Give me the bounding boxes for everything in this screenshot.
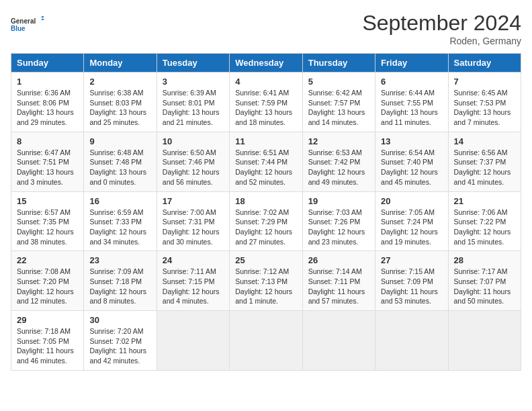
cell-detail: Sunrise: 6:57 AM [17,208,71,216]
day-number: 16 [89,196,150,206]
cell-detail: Sunset: 7:24 PM [381,218,433,226]
calendar-cell: 5Sunrise: 6:42 AMSunset: 7:57 PMDaylight… [302,73,375,132]
calendar-cell: 2Sunrise: 6:38 AMSunset: 8:03 PMDaylight… [84,73,157,132]
calendar-cell [302,311,375,371]
calendar-cell: 29Sunrise: 7:18 AMSunset: 7:05 PMDayligh… [11,311,84,371]
cell-detail: Sunset: 7:55 PM [381,99,433,107]
cell-detail: Sunrise: 7:15 AM [381,267,435,275]
cell-detail: Daylight: 13 hours and 18 minutes. [235,108,292,126]
day-number: 22 [17,255,78,265]
cell-detail: Sunrise: 7:00 AM [163,208,216,216]
cell-detail: Sunset: 7:51 PM [17,158,69,166]
month-title: September 2024 [362,11,521,36]
day-number: 9 [89,136,150,146]
week-row-1: 1Sunrise: 6:36 AMSunset: 8:06 PMDaylight… [11,73,521,132]
cell-detail: Sunset: 7:11 PM [308,277,361,285]
column-header-thursday: Thursday [302,54,375,73]
week-row-4: 22Sunrise: 7:08 AMSunset: 7:20 PMDayligh… [11,251,521,311]
cell-detail: Sunrise: 7:12 AM [235,267,289,275]
cell-detail: Daylight: 13 hours and 11 minutes. [381,108,438,126]
cell-detail: Daylight: 13 hours and 7 minutes. [454,108,511,126]
calendar-cell: 7Sunrise: 6:45 AMSunset: 7:53 PMDaylight… [448,73,521,132]
calendar-cell: 14Sunrise: 6:56 AMSunset: 7:37 PMDayligh… [448,132,521,191]
cell-detail: Sunset: 7:59 PM [235,99,287,107]
cell-detail: Daylight: 13 hours and 3 minutes. [17,168,74,186]
day-number: 1 [17,77,78,87]
svg-marker-2 [41,16,44,18]
cell-detail: Sunrise: 6:42 AM [308,89,362,97]
cell-detail: Sunrise: 7:05 AM [381,208,435,216]
cell-detail: Sunset: 7:29 PM [235,218,287,226]
calendar-cell: 1Sunrise: 6:36 AMSunset: 8:06 PMDaylight… [11,73,84,132]
cell-detail: Sunrise: 6:38 AM [89,89,143,97]
cell-detail: Daylight: 12 hours and 45 minutes. [381,168,438,186]
column-header-tuesday: Tuesday [157,54,229,73]
cell-detail: Sunrise: 6:41 AM [235,89,289,97]
cell-detail: Daylight: 13 hours and 14 minutes. [308,108,365,126]
cell-detail: Sunset: 7:53 PM [454,99,506,107]
cell-detail: Daylight: 13 hours and 25 minutes. [89,108,146,126]
cell-detail: Sunset: 7:37 PM [454,158,506,166]
cell-detail: Sunset: 7:22 PM [454,218,506,226]
cell-detail: Sunset: 7:02 PM [89,337,142,345]
calendar-cell: 8Sunrise: 6:47 AMSunset: 7:51 PMDaylight… [11,132,84,191]
column-header-friday: Friday [375,54,448,73]
cell-detail: Daylight: 12 hours and 49 minutes. [308,168,365,186]
location: Roden, Germany [362,36,521,46]
calendar-cell: 25Sunrise: 7:12 AMSunset: 7:13 PMDayligh… [230,251,302,311]
cell-detail: Sunset: 7:18 PM [89,277,142,285]
cell-detail: Sunset: 7:20 PM [17,277,69,285]
day-number: 25 [235,255,296,265]
cell-detail: Sunrise: 7:18 AM [17,327,71,335]
cell-detail: Daylight: 12 hours and 23 minutes. [308,228,365,246]
cell-detail: Sunset: 7:05 PM [17,337,69,345]
cell-detail: Sunrise: 6:56 AM [454,148,508,156]
cell-detail: Sunrise: 6:54 AM [381,148,435,156]
calendar-cell: 16Sunrise: 6:59 AMSunset: 7:33 PMDayligh… [84,191,157,251]
day-number: 26 [308,255,369,265]
cell-detail: Sunset: 7:31 PM [163,218,215,226]
cell-detail: Sunset: 8:06 PM [17,99,69,107]
calendar-cell: 30Sunrise: 7:20 AMSunset: 7:02 PMDayligh… [84,311,157,371]
day-number: 12 [308,136,369,146]
calendar-cell: 23Sunrise: 7:09 AMSunset: 7:18 PMDayligh… [84,251,157,311]
calendar-cell: 26Sunrise: 7:14 AMSunset: 7:11 PMDayligh… [302,251,375,311]
calendar-cell: 27Sunrise: 7:15 AMSunset: 7:09 PMDayligh… [375,251,448,311]
day-number: 14 [454,136,515,146]
calendar-cell: 6Sunrise: 6:44 AMSunset: 7:55 PMDaylight… [375,73,448,132]
calendar-cell: 11Sunrise: 6:51 AMSunset: 7:44 PMDayligh… [230,132,302,191]
cell-detail: Daylight: 12 hours and 56 minutes. [163,168,220,186]
calendar-header-row: SundayMondayTuesdayWednesdayThursdayFrid… [11,54,521,73]
day-number: 3 [163,77,224,87]
cell-detail: Sunrise: 7:17 AM [454,267,508,275]
day-number: 19 [308,196,369,206]
cell-detail: Daylight: 11 hours and 50 minutes. [454,287,511,306]
cell-detail: Daylight: 12 hours and 38 minutes. [17,228,74,246]
day-number: 17 [163,196,224,206]
svg-text:General: General [11,17,36,25]
logo: General Blue [11,11,44,38]
cell-detail: Daylight: 12 hours and 4 minutes. [163,287,220,306]
cell-detail: Sunrise: 6:48 AM [89,148,143,156]
day-number: 10 [163,136,224,146]
cell-detail: Daylight: 11 hours and 57 minutes. [308,287,365,306]
calendar-cell: 28Sunrise: 7:17 AMSunset: 7:07 PMDayligh… [448,251,521,311]
cell-detail: Daylight: 12 hours and 27 minutes. [235,228,292,246]
calendar-cell [448,311,521,371]
cell-detail: Daylight: 11 hours and 46 minutes. [17,347,74,365]
cell-detail: Daylight: 12 hours and 15 minutes. [454,228,511,246]
calendar-cell: 20Sunrise: 7:05 AMSunset: 7:24 PMDayligh… [375,191,448,251]
calendar-cell [375,311,448,371]
cell-detail: Sunrise: 7:06 AM [454,208,508,216]
calendar-cell: 19Sunrise: 7:03 AMSunset: 7:26 PMDayligh… [302,191,375,251]
day-number: 6 [381,77,442,87]
cell-detail: Sunrise: 7:03 AM [308,208,362,216]
cell-detail: Daylight: 12 hours and 30 minutes. [163,228,220,246]
day-number: 4 [235,77,296,87]
calendar-cell: 15Sunrise: 6:57 AMSunset: 7:35 PMDayligh… [11,191,84,251]
cell-detail: Sunset: 8:01 PM [163,99,215,107]
day-number: 18 [235,196,296,206]
cell-detail: Daylight: 12 hours and 52 minutes. [235,168,292,186]
cell-detail: Sunrise: 6:44 AM [381,89,435,97]
title-block: September 2024 Roden, Germany [362,11,521,46]
